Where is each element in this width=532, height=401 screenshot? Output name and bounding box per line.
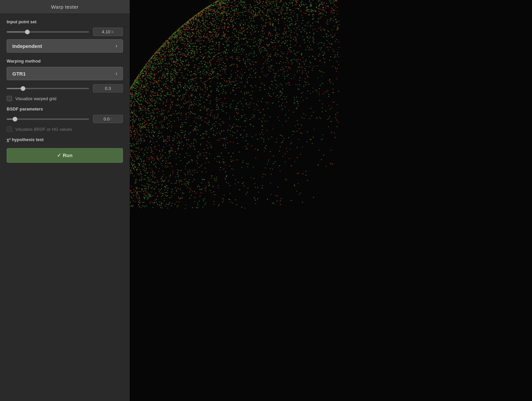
- visualize-grid-label: Visualize warped grid: [15, 96, 56, 101]
- input-point-set-slider-row: 4.10 K: [7, 28, 123, 36]
- warping-method-dropdown[interactable]: GTR1 ›: [7, 67, 123, 80]
- run-button[interactable]: ✓ Run: [7, 148, 123, 163]
- bsdf-value[interactable]: 0.0 °: [93, 115, 123, 123]
- input-point-set-slider-track[interactable]: [7, 31, 89, 33]
- warping-method-slider-track[interactable]: [7, 88, 89, 89]
- input-point-set-label: Input point set: [7, 19, 123, 24]
- scatter-plot: [130, 0, 532, 401]
- bsdf-slider-row: 0.0 °: [7, 115, 123, 123]
- visualize-grid-checkbox[interactable]: [7, 96, 12, 101]
- visualize-brdf-checkbox[interactable]: [7, 126, 12, 132]
- input-point-set-slider-fill: [7, 31, 27, 33]
- warping-method-dropdown-chevron: ›: [116, 71, 117, 77]
- bsdf-parameters-label: BSDF parameters: [7, 106, 123, 111]
- bsdf-slider-thumb[interactable]: [13, 117, 17, 121]
- hypothesis-test-label: χ² hypothesis test: [7, 137, 123, 142]
- visualize-brdf-row: Visualize BRDF or HG values: [7, 126, 123, 132]
- input-point-set-value[interactable]: 4.10 K: [93, 28, 123, 36]
- bsdf-slider-track[interactable]: [7, 118, 89, 120]
- panel-footer: [0, 168, 130, 401]
- warping-method-slider-thumb[interactable]: [21, 86, 25, 91]
- visualization-canvas: [130, 0, 532, 401]
- run-button-label: ✓ Run: [57, 152, 72, 158]
- input-point-set-dropdown-chevron: ›: [116, 43, 117, 49]
- visualize-brdf-label: Visualize BRDF or HG values: [15, 127, 72, 132]
- warping-method-slider-row: 0.3: [7, 84, 123, 93]
- panel-body: Input point set 4.10 K Independent › War…: [0, 14, 130, 168]
- input-point-set-dropdown-label: Independent: [12, 43, 42, 49]
- visualize-grid-row: Visualize warped grid: [7, 96, 123, 101]
- input-point-set-dropdown[interactable]: Independent ›: [7, 39, 123, 53]
- input-point-set-slider-thumb[interactable]: [25, 30, 30, 34]
- panel-title: Warp tester: [0, 0, 130, 14]
- left-panel: Warp tester Input point set 4.10 K Indep…: [0, 0, 130, 401]
- warping-method-dropdown-label: GTR1: [12, 71, 26, 77]
- warping-method-value[interactable]: 0.3: [93, 84, 123, 93]
- warping-method-label: Warping method: [7, 59, 123, 64]
